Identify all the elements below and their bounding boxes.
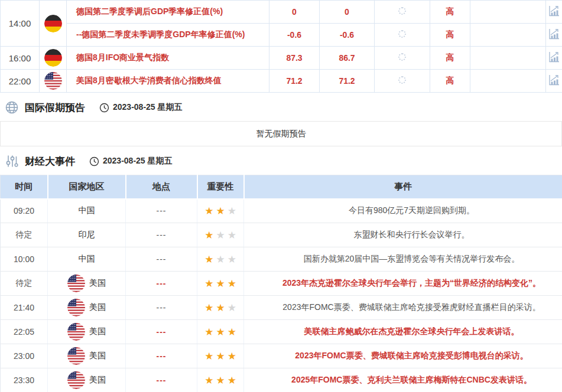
star-empty-icon: ★ xyxy=(228,254,236,265)
star-filled-icon: ★ xyxy=(216,205,225,217)
star-empty-icon: ★ xyxy=(216,230,225,241)
spinner-icon xyxy=(398,76,406,84)
chart-cell[interactable] xyxy=(546,1,562,24)
holiday-empty-box: 暂无假期预告 xyxy=(0,121,562,146)
events-col-header-2: 地点 xyxy=(126,175,197,199)
star-filled-icon: ★ xyxy=(216,326,225,338)
event-time-cell: 23:30 xyxy=(1,368,48,392)
event-time-cell: 09:20 xyxy=(1,199,48,223)
event-row: 待定美国---★★★2023年杰克逊霍尔全球央行年会举行，主题为“世界经济的结构… xyxy=(1,272,562,296)
spinner-icon xyxy=(398,7,406,15)
event-importance-cell: ★★★ xyxy=(197,247,244,272)
holiday-date-text: 2023-08-25 星期五 xyxy=(113,102,183,113)
usa-flag-icon xyxy=(67,299,85,316)
spinner-icon xyxy=(398,53,406,61)
value-2-cell: 0 xyxy=(320,1,375,24)
event-country-cell: 美国 xyxy=(48,296,126,320)
indicator-name-link[interactable]: 美国8月密歇根大学消费者信心指数终值 xyxy=(67,70,269,93)
economic-data-table: 14:00 德国第二季度季调后GDP季率修正值(%)00高 --德国第二季度未季… xyxy=(0,0,562,93)
star-filled-icon: ★ xyxy=(228,351,236,362)
star-filled-icon: ★ xyxy=(204,375,213,386)
empty-cell xyxy=(470,1,546,24)
event-row: 22:05美国---★★★美联储主席鲍威尔在杰克逊霍尔全球央行年会上发表讲话。 xyxy=(1,320,562,344)
bar-chart-icon[interactable] xyxy=(548,5,560,17)
event-importance-cell: ★★★ xyxy=(197,368,244,392)
event-importance-cell: ★★★ xyxy=(197,296,244,320)
importance-cell: 高 xyxy=(430,47,470,70)
usa-flag-icon xyxy=(44,72,62,90)
event-row: 10:00中国---★★★国新办就第20届中国—东盟博览会等有关情况举行发布会。 xyxy=(1,247,562,272)
indicator-name-link[interactable]: 德国第二季度季调后GDP季率修正值(%) xyxy=(67,1,269,24)
empty-cell xyxy=(470,70,546,93)
event-text-cell[interactable]: 2025年FOMC票委、克利夫兰联储主席梅斯特在CNBC发表讲话。 xyxy=(244,368,562,392)
event-text-cell: 2023年FOMC票委、费城联储主席哈克接受雅虎财经直播栏目的采访。 xyxy=(244,296,562,320)
chart-cell[interactable] xyxy=(546,47,562,70)
star-empty-icon: ★ xyxy=(228,230,236,241)
indicator-name-link[interactable]: --德国第二季度未季调季度GDP年率修正值(%) xyxy=(67,24,269,47)
event-location-cell: --- xyxy=(126,247,197,272)
event-text-cell[interactable]: 2023年杰克逊霍尔全球央行年会举行，主题为“世界经济的结构变化”。 xyxy=(244,272,562,296)
flag-cell xyxy=(40,70,67,93)
country-name: 美国 xyxy=(89,326,106,337)
event-location-cell: --- xyxy=(126,320,197,344)
time-cell: 14:00 xyxy=(1,1,40,47)
star-filled-icon: ★ xyxy=(204,205,213,217)
country-name: 中国 xyxy=(79,205,95,216)
empty-cell xyxy=(470,47,546,70)
event-time-cell: 待定 xyxy=(1,272,48,296)
indicator-name-link[interactable]: 德国8月IFO商业景气指数 xyxy=(67,47,269,70)
events-section-date: 2023-08-25 星期五 xyxy=(89,156,173,166)
bar-chart-icon[interactable] xyxy=(548,51,560,63)
country-name: 美国 xyxy=(89,302,106,313)
value-2-cell: 86.7 xyxy=(320,47,375,70)
value-1-cell: 0 xyxy=(269,1,320,24)
event-country-cell: 美国 xyxy=(48,272,126,296)
event-importance-cell: ★★★ xyxy=(197,199,244,223)
value-1-cell: -0.6 xyxy=(269,24,320,47)
value-2-cell: 71.2 xyxy=(320,70,375,93)
events-header-row: 时间国家地区地点重要性事件 xyxy=(1,175,562,199)
events-col-header-3: 重要性 xyxy=(197,175,244,199)
event-row: 待定印尼---★★★东盟财长和央行行长会议举行。 xyxy=(1,223,562,247)
bar-chart-icon[interactable] xyxy=(548,74,560,86)
events-col-header-1: 国家地区 xyxy=(48,175,126,199)
event-text-cell[interactable]: 美联储主席鲍威尔在杰克逊霍尔全球央行年会上发表讲话。 xyxy=(244,320,562,344)
country-name: 美国 xyxy=(89,375,106,386)
star-filled-icon: ★ xyxy=(204,351,213,362)
chart-cell[interactable] xyxy=(546,70,562,93)
event-country-cell: 中国 xyxy=(48,199,126,223)
eco-row: 22:00美国8月密歇根大学消费者信心指数终值71.271.2高 xyxy=(1,70,562,93)
loading-cell xyxy=(375,70,430,93)
holiday-section-date: 2023-08-25 星期五 xyxy=(99,102,183,113)
star-empty-icon: ★ xyxy=(228,205,236,217)
event-importance-cell: ★★★ xyxy=(197,272,244,296)
chart-cell[interactable] xyxy=(546,24,562,47)
event-country-cell: 美国 xyxy=(48,344,126,368)
star-filled-icon: ★ xyxy=(216,278,225,289)
importance-cell: 高 xyxy=(430,70,470,93)
star-filled-icon: ★ xyxy=(204,326,213,338)
bar-chart-icon[interactable] xyxy=(548,28,560,40)
value-1-cell: 71.2 xyxy=(269,70,320,93)
event-location-cell: --- xyxy=(126,368,197,392)
country-name: 中国 xyxy=(79,254,95,264)
event-importance-cell: ★★★ xyxy=(197,344,244,368)
clock-icon xyxy=(89,156,99,166)
event-text-cell[interactable]: 2023年FOMC票委、费城联储主席哈克接受彭博电视台的采访。 xyxy=(244,344,562,368)
event-importance-cell: ★★★ xyxy=(197,320,244,344)
globe-icon xyxy=(5,100,19,115)
eco-row: 14:00 德国第二季度季调后GDP季率修正值(%)00高 xyxy=(1,1,562,24)
importance-cell: 高 xyxy=(430,24,470,47)
event-importance-cell: ★★★ xyxy=(197,223,244,247)
star-filled-icon: ★ xyxy=(228,278,236,289)
event-location-cell: --- xyxy=(126,199,197,223)
star-filled-icon: ★ xyxy=(204,278,213,289)
financial-events-table: 时间国家地区地点重要性事件 09:20中国---★★★今日有980亿元7天期逆回… xyxy=(0,175,562,392)
event-country-cell: 美国 xyxy=(48,320,126,344)
star-filled-icon: ★ xyxy=(204,254,213,265)
star-filled-icon: ★ xyxy=(216,375,225,386)
event-text-cell: 国新办就第20届中国—东盟博览会等有关情况举行发布会。 xyxy=(244,247,562,272)
time-cell: 22:00 xyxy=(1,70,40,93)
flag-cell xyxy=(40,47,67,70)
event-time-cell: 待定 xyxy=(1,223,48,247)
